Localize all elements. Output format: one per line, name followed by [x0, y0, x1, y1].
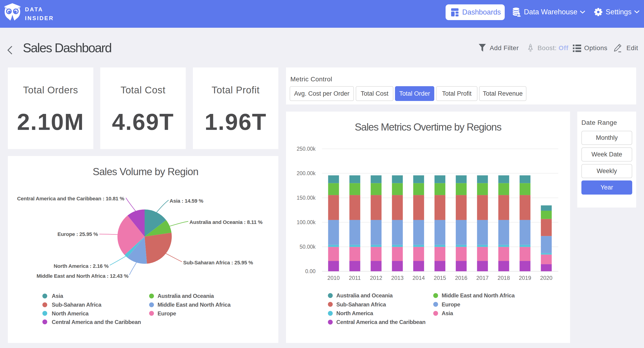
svg-text:50.00k: 50.00k	[300, 244, 316, 250]
svg-text:Europe : 25.95 %: Europe : 25.95 %	[58, 231, 98, 237]
svg-text:150.00k: 150.00k	[296, 195, 316, 201]
svg-text:2011: 2011	[349, 275, 361, 281]
svg-text:2017: 2017	[476, 275, 488, 281]
svg-text:Sales Volume by Region: Sales Volume by Region	[93, 166, 198, 177]
svg-text:Europe: Europe	[158, 310, 176, 316]
svg-text:Middle East and North Africa :: Middle East and North Africa : 12.43 %	[36, 273, 128, 279]
svg-text:100.00k: 100.00k	[296, 219, 316, 225]
svg-text:Middle East and North Africa: Middle East and North Africa	[442, 292, 515, 298]
svg-text:2012: 2012	[370, 275, 382, 281]
svg-text:Sales Metrics Overtime by Regi: Sales Metrics Overtime by Regions	[355, 121, 502, 133]
svg-text:Middle East and North Africa: Middle East and North Africa	[158, 301, 231, 308]
svg-text:2015: 2015	[434, 275, 446, 281]
svg-text:North America: North America	[336, 310, 373, 316]
svg-text:2019: 2019	[519, 275, 531, 281]
svg-text:Central America and the Caribb: Central America and the Caribbean	[52, 319, 141, 325]
svg-text:Asia: Asia	[442, 310, 453, 316]
svg-text:Asia : 14.59 %: Asia : 14.59 %	[170, 198, 203, 204]
svg-text:North America : 2.16 %: North America : 2.16 %	[54, 263, 108, 269]
svg-text:2010: 2010	[327, 275, 340, 281]
svg-text:2018: 2018	[498, 275, 510, 281]
svg-text:Sub-Saharan Africa : 25.95 %: Sub-Saharan Africa : 25.95 %	[183, 260, 253, 265]
svg-text:2020: 2020	[540, 275, 552, 281]
svg-text:250.00k: 250.00k	[296, 146, 316, 152]
svg-text:Australia and Oceania: Australia and Oceania	[336, 292, 393, 298]
svg-text:Central America and the Caribb: Central America and the Caribbean : 10.8…	[17, 196, 124, 201]
svg-text:2013: 2013	[391, 275, 404, 281]
svg-text:Australia and Oceania : 8.11 %: Australia and Oceania : 8.11 %	[190, 219, 262, 225]
svg-text:Europe: Europe	[442, 301, 460, 307]
svg-text:Australia and Oceania: Australia and Oceania	[158, 293, 214, 299]
svg-text:200.00k: 200.00k	[296, 170, 316, 176]
svg-text:Central America and the Caribb: Central America and the Caribbean	[336, 319, 426, 325]
svg-text:2014: 2014	[412, 275, 425, 281]
svg-text:2016: 2016	[455, 275, 467, 281]
svg-text:North America: North America	[52, 310, 89, 316]
svg-text:0.00: 0.00	[305, 268, 316, 274]
svg-text:Sub-Saharan Africa: Sub-Saharan Africa	[336, 301, 386, 307]
svg-text:Sub-Saharan Africa: Sub-Saharan Africa	[52, 301, 102, 308]
svg-text:Asia: Asia	[52, 293, 63, 299]
